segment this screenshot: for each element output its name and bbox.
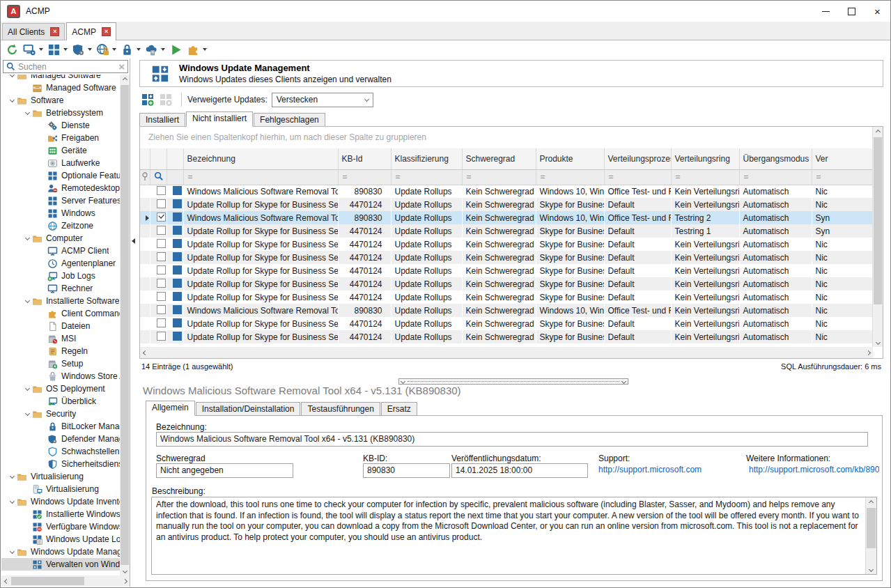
tree-horizontal-scrollbar[interactable] (1, 575, 130, 587)
scroll-up-icon[interactable] (873, 127, 883, 137)
sidebar-item-freigaben[interactable]: Freigaben (1, 132, 120, 144)
filter-cell[interactable] (166, 169, 183, 185)
sidebar-item-windows[interactable]: Windows (1, 207, 120, 219)
sidebar-item-windows-update-log[interactable]: Windows Update Log (1, 533, 120, 546)
scroll-left-icon[interactable] (140, 348, 150, 357)
row-checkbox[interactable] (157, 265, 166, 274)
sidebar-item-optionale-features[interactable]: Optionale Features (1, 169, 120, 182)
sidebar-item-agentenplaner[interactable]: Agentenplaner (1, 257, 120, 270)
schweregrad-field[interactable]: Nicht angegeben (156, 463, 293, 478)
row-checkbox[interactable] (157, 186, 166, 195)
row-checkbox[interactable] (157, 212, 166, 222)
filter-cell[interactable]: = (739, 169, 812, 185)
document-tab-acmp[interactable]: ACMP× (66, 22, 116, 40)
update-row[interactable]: Update Rollup for Skype for Business Ser… (140, 238, 873, 251)
expand-chevron-icon[interactable] (7, 476, 17, 478)
sidebar-item-job-logs[interactable]: Job Logs (1, 270, 120, 282)
scrollbar-thumb[interactable] (121, 85, 129, 565)
expand-chevron-icon[interactable] (7, 501, 17, 503)
filter-cell[interactable]: = (391, 169, 462, 185)
sidebar-item-betriebssystem[interactable]: Betriebssystem (1, 107, 120, 119)
grid-horizontal-scrollbar[interactable] (140, 347, 873, 358)
grid-vertical-scrollbar[interactable] (872, 127, 883, 347)
filter-pin-icon[interactable] (140, 169, 150, 185)
sidebar-item-setup[interactable]: Setup (1, 357, 120, 370)
update-row[interactable]: Update Rollup for Skype for Business Ser… (140, 264, 873, 277)
sidebar-item-acmp-client[interactable]: ACMP Client (1, 245, 120, 257)
row-checkbox[interactable] (157, 199, 166, 208)
sidebar-item-laufwerke[interactable]: Laufwerke (1, 157, 120, 169)
row-checkbox[interactable] (157, 239, 166, 248)
sidebar-item-computer[interactable]: Computer (1, 232, 120, 245)
sidebar-item-regeln[interactable]: Regeln (1, 345, 120, 357)
select-all-header[interactable] (140, 148, 150, 169)
filter-cell[interactable]: = (812, 169, 873, 185)
tab-nicht-installiert[interactable]: Nicht installiert (186, 111, 253, 127)
sidebar-item-geräte[interactable]: Geräte (1, 144, 120, 157)
sidebar-item-überblick[interactable]: Überblick (1, 395, 120, 408)
update-row[interactable]: Update Rollup for Skype for Business Ser… (140, 330, 873, 343)
row-checkbox[interactable] (157, 292, 166, 301)
column-header-kb-id[interactable]: KB-Id (338, 148, 391, 169)
sidebar-item-dateien[interactable]: Dateien (1, 320, 120, 332)
row-checkbox[interactable] (157, 318, 166, 327)
sidebar-item-client-commands[interactable]: Client Commands (1, 307, 120, 320)
clear-search-icon[interactable]: × (116, 61, 127, 72)
update-row[interactable]: Windows Malicious Software Removal Tool … (140, 211, 873, 224)
column-header-produkte[interactable]: Produkte (536, 148, 604, 169)
scroll-right-icon[interactable] (120, 576, 130, 586)
sidebar-item-remotedesktop-b[interactable]: Remotedesktop B (1, 182, 120, 194)
sidebar-item-virtualisierung[interactable]: Virtualisierung (1, 483, 120, 495)
kbid-field[interactable]: 890830 (363, 463, 450, 478)
column-header-verteilungsring[interactable]: Verteilungsring (671, 148, 739, 169)
tab-installiert[interactable]: Installiert (139, 113, 185, 127)
tab-ersatz[interactable]: Ersatz (381, 402, 417, 416)
update-row[interactable]: Update Rollup for Skype for Business Ser… (140, 317, 873, 330)
scrollbar-thumb[interactable] (11, 577, 84, 585)
minimize-button[interactable] (813, 1, 839, 22)
expand-chevron-icon[interactable] (22, 112, 32, 114)
document-tab-all-clients[interactable]: All Clients× (2, 23, 65, 40)
close-tab-icon[interactable]: × (50, 27, 59, 36)
sidebar-item-windows-update-manage[interactable]: Windows Update Manage (1, 546, 120, 558)
sidebar-item-verwalten-von-windo[interactable]: Verwalten von Windo (1, 558, 120, 571)
expand-chevron-icon[interactable] (22, 413, 32, 415)
bezeichnung-field[interactable]: Windows Malicious Software Removal Tool … (156, 432, 868, 447)
sidebar-item-zeitzone[interactable]: Zeitzone (1, 219, 120, 232)
update-row[interactable]: Windows Malicious Software Removal Tool … (140, 185, 873, 198)
sidebar-item-bitlocker-manage[interactable]: BitLocker Manage (1, 420, 120, 433)
sidebar-item-dienste[interactable]: Dienste (1, 119, 120, 132)
scrollbar-thumb[interactable] (874, 137, 882, 304)
scroll-right-icon[interactable] (863, 348, 873, 357)
expand-chevron-icon[interactable] (22, 300, 32, 302)
row-checkbox[interactable] (157, 305, 166, 314)
close-tab-icon[interactable]: × (102, 27, 111, 36)
column-header-klassifizierung[interactable]: Klassifizierung (391, 148, 462, 169)
tab-fehlgeschlagen[interactable]: Fehlgeschlagen (254, 113, 325, 127)
tab-installation-deinstallation[interactable]: Installation/Deinstallation (196, 402, 301, 416)
scroll-up-icon[interactable] (120, 75, 130, 84)
sidebar-item-security[interactable]: Security (1, 408, 120, 420)
sidebar-item-software[interactable]: Software (1, 94, 120, 107)
scrollbar-thumb[interactable] (867, 508, 876, 548)
sidebar-item-managed-software[interactable]: Managed Software (1, 82, 120, 94)
filter-search-icon[interactable] (150, 169, 166, 185)
scroll-down-icon[interactable] (873, 337, 883, 347)
sidebar-splitter[interactable] (130, 59, 137, 587)
row-checkbox[interactable] (157, 226, 166, 235)
expand-chevron-icon[interactable] (7, 75, 17, 77)
expand-chevron-icon[interactable] (7, 100, 17, 102)
tree-vertical-scrollbar[interactable] (120, 75, 130, 575)
sidebar-item-server-features[interactable]: Server Features (1, 194, 120, 207)
sidebar-item-schwachstellen[interactable]: Schwachstellen (1, 445, 120, 458)
maximize-button[interactable] (839, 1, 865, 22)
update-row[interactable]: Update Rollup for Skype for Business Ser… (140, 224, 873, 238)
sidebar-item-rechner[interactable]: Rechner (1, 282, 120, 295)
column-header-ver[interactable]: Ver (812, 148, 873, 169)
sidebar-item-os-deployment[interactable]: OS Deployment (1, 382, 120, 395)
filter-cell[interactable]: = (536, 169, 604, 185)
beschreibung-field[interactable]: After the download, this tool runs one t… (151, 497, 877, 575)
sidebar-item-virtualisierung[interactable]: Virtualisierung (1, 470, 120, 483)
update-row[interactable]: Windows Malicious Software Removal Tool … (140, 304, 873, 317)
filter-cell[interactable]: = (604, 169, 671, 185)
